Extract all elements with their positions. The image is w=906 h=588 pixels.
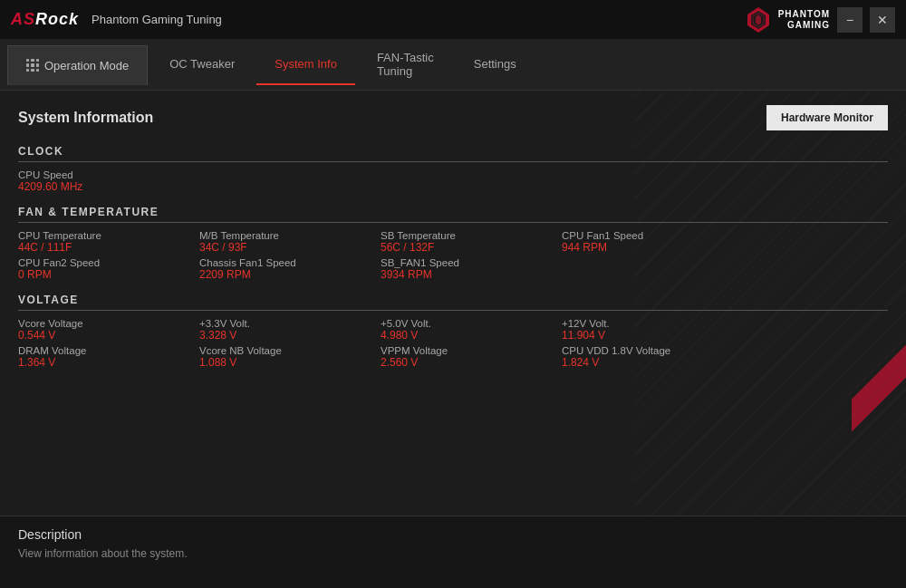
titlebar-right: PHANTOM GAMING − ✕ xyxy=(744,5,895,34)
vppm-voltage-item: VPPM Voltage 2.560 V xyxy=(381,345,562,369)
cpu-fan1-speed-item: CPU Fan1 Speed 944 RPM xyxy=(562,230,743,254)
description-text: View information about the system. xyxy=(18,547,888,560)
voltage-section-title: VOLTAGE xyxy=(18,294,888,311)
cpu-fan1-speed-value: 944 RPM xyxy=(562,241,743,254)
cpu-vdd-voltage-value: 1.824 V xyxy=(562,356,743,369)
cpu-fan2-speed-value: 0 RPM xyxy=(18,268,199,281)
vcore-voltage-label: Vcore Voltage xyxy=(18,318,199,329)
tab-system-info[interactable]: System Info xyxy=(256,45,355,85)
12v-voltage-item: +12V Volt. 11.904 V xyxy=(562,318,743,342)
3v3-voltage-value: 3.328 V xyxy=(199,329,381,342)
vcore-voltage-value: 0.544 V xyxy=(18,329,199,342)
cpu-temperature-value: 44C / 111F xyxy=(18,241,199,254)
5v-voltage-item: +5.0V Volt. 4.980 V xyxy=(381,318,562,342)
hardware-monitor-button[interactable]: Hardware Monitor xyxy=(766,105,888,130)
chassis-fan1-speed-value: 2209 RPM xyxy=(199,268,381,281)
5v-voltage-label: +5.0V Volt. xyxy=(381,318,562,329)
fan-temp-section-title: FAN & TEMPERATURE xyxy=(18,206,888,223)
tab-oc-tweaker-label: OC Tweaker xyxy=(169,57,235,71)
tab-settings-label: Settings xyxy=(474,57,516,71)
cpu-vdd-voltage-item: CPU VDD 1.8V Voltage 1.824 V xyxy=(562,345,743,369)
cpu-fan2-speed-label: CPU Fan2 Speed xyxy=(18,257,199,268)
system-info-panel: System Information Hardware Monitor CLOC… xyxy=(0,91,906,516)
sb-temperature-item: SB Temperature 56C / 132F xyxy=(381,230,562,254)
cpu-temperature-label: CPU Temperature xyxy=(18,230,199,241)
dram-voltage-value: 1.364 V xyxy=(18,356,199,369)
sb-fan1-speed-item: SB_FAN1 Speed 3934 RPM xyxy=(381,257,562,281)
vcore-voltage-item: Vcore Voltage 0.544 V xyxy=(18,318,199,342)
phantom-gaming-text: PHANTOM GAMING xyxy=(778,9,830,31)
titlebar: ASRock Phantom Gaming Tuning PHANTOM GAM… xyxy=(0,0,906,40)
panel-title: System Information xyxy=(18,110,153,126)
vcore-nb-voltage-label: Vcore NB Voltage xyxy=(199,345,381,356)
minimize-button[interactable]: − xyxy=(837,7,863,33)
cpu-speed-value: 4209.60 MHz xyxy=(18,180,82,193)
dram-voltage-label: DRAM Voltage xyxy=(18,345,199,356)
12v-voltage-label: +12V Volt. xyxy=(562,318,743,329)
titlebar-left: ASRock Phantom Gaming Tuning xyxy=(11,10,222,29)
phantom-logo: PHANTOM GAMING xyxy=(744,5,830,34)
tab-fan-tastic-label: FAN-TasticTuning xyxy=(377,51,434,78)
vppm-voltage-label: VPPM Voltage xyxy=(381,345,562,356)
5v-voltage-value: 4.980 V xyxy=(381,329,562,342)
tab-operation-mode[interactable]: Operation Mode xyxy=(7,45,148,85)
cpu-fan1-speed-label: CPU Fan1 Speed xyxy=(562,230,743,241)
sb-temperature-value: 56C / 132F xyxy=(381,241,562,254)
cpu-fan2-speed-item: CPU Fan2 Speed 0 RPM xyxy=(18,257,199,281)
cpu-vdd-voltage-label: CPU VDD 1.8V Voltage xyxy=(562,345,743,356)
3v3-voltage-label: +3.3V Volt. xyxy=(199,318,381,329)
chassis-fan1-speed-item: Chassis Fan1 Speed 2209 RPM xyxy=(199,257,381,281)
tab-oc-tweaker[interactable]: OC Tweaker xyxy=(151,45,253,85)
vcore-nb-voltage-value: 1.088 V xyxy=(199,356,381,369)
panel-header: System Information Hardware Monitor xyxy=(18,105,888,130)
tab-fan-tastic[interactable]: FAN-TasticTuning xyxy=(359,45,452,85)
phantom-gaming-icon xyxy=(744,5,773,34)
app-title: Phantom Gaming Tuning xyxy=(92,13,222,26)
asrock-logo: ASRock xyxy=(11,10,79,29)
mb-temperature-value: 34C / 93F xyxy=(199,241,381,254)
cpu-temperature-item: CPU Temperature 44C / 111F xyxy=(18,230,199,254)
vppm-voltage-value: 2.560 V xyxy=(381,356,562,369)
grid-icon xyxy=(26,59,39,72)
navbar: Operation Mode OC Tweaker System Info FA… xyxy=(0,40,906,91)
12v-voltage-value: 11.904 V xyxy=(562,329,743,342)
red-accent-decoration xyxy=(852,334,906,443)
sb-temperature-label: SB Temperature xyxy=(381,230,562,241)
tab-settings[interactable]: Settings xyxy=(456,45,535,85)
description-panel: Description View information about the s… xyxy=(0,516,906,588)
description-title: Description xyxy=(18,527,888,542)
close-button[interactable]: ✕ xyxy=(870,7,895,33)
sb-fan1-speed-label: SB_FAN1 Speed xyxy=(381,257,562,268)
dram-voltage-item: DRAM Voltage 1.364 V xyxy=(18,345,199,369)
mb-temperature-label: M/B Temperature xyxy=(199,230,381,241)
tab-operation-mode-label: Operation Mode xyxy=(44,59,129,72)
3v3-voltage-item: +3.3V Volt. 3.328 V xyxy=(199,318,381,342)
main-content: System Information Hardware Monitor CLOC… xyxy=(0,91,906,588)
clock-section-title: CLOCK xyxy=(18,145,888,162)
mb-temperature-item: M/B Temperature 34C / 93F xyxy=(199,230,381,254)
chassis-fan1-speed-label: Chassis Fan1 Speed xyxy=(199,257,381,268)
sb-fan1-speed-value: 3934 RPM xyxy=(381,268,562,281)
vcore-nb-voltage-item: Vcore NB Voltage 1.088 V xyxy=(199,345,381,369)
cpu-speed-label: CPU Speed xyxy=(18,169,82,180)
cpu-speed-item: CPU Speed 4209.60 MHz xyxy=(18,169,82,193)
tab-system-info-label: System Info xyxy=(275,57,337,71)
